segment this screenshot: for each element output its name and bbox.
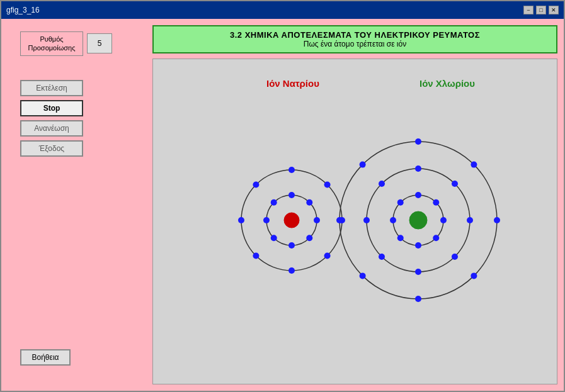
execute-button[interactable]: Εκτέλεση (20, 80, 83, 96)
svg-point-15 (238, 217, 244, 223)
svg-point-4 (306, 235, 312, 241)
header-subtitle: Πως ένα άτομο τρέπεται σε ιόν (160, 40, 550, 48)
svg-point-30 (433, 199, 439, 206)
svg-point-14 (253, 253, 259, 259)
svg-point-32 (452, 254, 458, 260)
svg-point-13 (288, 267, 295, 274)
svg-point-10 (306, 199, 312, 206)
svg-point-40 (471, 272, 477, 279)
svg-point-8 (271, 199, 277, 206)
svg-point-28 (397, 199, 404, 206)
svg-point-6 (271, 235, 277, 241)
svg-point-35 (363, 217, 370, 223)
svg-point-2 (284, 213, 299, 228)
svg-point-38 (452, 181, 458, 187)
svg-point-42 (360, 272, 366, 279)
sim-rate-value: 5 (87, 33, 112, 53)
svg-point-3 (314, 217, 320, 223)
chlorine-svg (330, 132, 506, 308)
svg-point-44 (360, 162, 366, 168)
refresh-button[interactable]: Ανανέωση (20, 120, 83, 137)
help-button[interactable]: Βοήθεια (20, 349, 71, 366)
help-btn-container: Βοήθεια (20, 349, 134, 378)
sim-rate-container: ΡυθμόςΠροσομοίωσης 5 (20, 31, 134, 56)
svg-point-37 (415, 165, 421, 172)
window-title: gfig_3_16 (6, 6, 40, 14)
svg-point-16 (253, 181, 259, 188)
button-group: Εκτέλεση Stop Ανανέωση Έξοδος (20, 80, 134, 157)
svg-point-25 (415, 242, 421, 249)
svg-point-45 (415, 138, 421, 145)
stop-button[interactable]: Stop (20, 100, 83, 116)
svg-point-22 (409, 211, 427, 229)
svg-point-31 (467, 217, 473, 223)
title-bar: gfig_3_16 − □ ✕ (1, 1, 564, 19)
svg-point-17 (288, 167, 295, 173)
right-panel: 3.2 ΧΗΜΙΚΑ ΑΠΟΤΕΛΕΣΜΑΤΑ ΤΟΥ ΗΛΕΚΤΡΙΚΟΥ Ρ… (152, 25, 557, 384)
svg-point-5 (288, 242, 295, 249)
svg-point-39 (494, 217, 500, 223)
window-controls: − □ ✕ (523, 6, 559, 14)
svg-point-7 (263, 217, 270, 223)
main-content: ΡυθμόςΠροσομοίωσης 5 Εκτέλεση Stop Ανανέ… (1, 19, 564, 391)
exit-button[interactable]: Έξοδος (20, 140, 83, 157)
sodium-label: Ιόν Νατρίου (266, 78, 319, 89)
main-window: gfig_3_16 − □ ✕ ΡυθμόςΠροσομοίωσης 5 Εκτ… (0, 0, 565, 392)
chlorine-atom (330, 132, 506, 311)
sim-rate-label: ΡυθμόςΠροσομοίωσης (20, 31, 83, 56)
svg-point-34 (379, 254, 385, 260)
svg-point-26 (397, 235, 404, 241)
minimize-button[interactable]: − (523, 6, 534, 14)
close-button[interactable]: ✕ (549, 6, 559, 14)
svg-point-23 (440, 217, 447, 223)
svg-point-24 (433, 235, 439, 241)
svg-point-9 (288, 192, 295, 198)
svg-point-41 (415, 296, 421, 302)
svg-point-33 (415, 269, 421, 275)
left-panel: ΡυθμόςΠροσομοίωσης 5 Εκτέλεση Stop Ανανέ… (8, 25, 146, 384)
canvas-area: Ιόν Νατρίου Ιόν Χλωρίου (152, 59, 557, 384)
svg-point-27 (390, 217, 396, 223)
svg-point-36 (379, 181, 385, 187)
maximize-button[interactable]: □ (536, 6, 546, 14)
svg-point-43 (336, 217, 343, 223)
svg-point-46 (471, 162, 477, 168)
header-box: 3.2 ΧΗΜΙΚΑ ΑΠΟΤΕΛΕΣΜΑΤΑ ΤΟΥ ΗΛΕΚΤΡΙΚΟΥ Ρ… (152, 25, 557, 53)
svg-point-29 (415, 192, 421, 198)
header-title: 3.2 ΧΗΜΙΚΑ ΑΠΟΤΕΛΕΣΜΑΤΑ ΤΟΥ ΗΛΕΚΤΡΙΚΟΥ Ρ… (160, 30, 550, 40)
chlorine-label: Ιόν Χλωρίου (419, 78, 475, 89)
